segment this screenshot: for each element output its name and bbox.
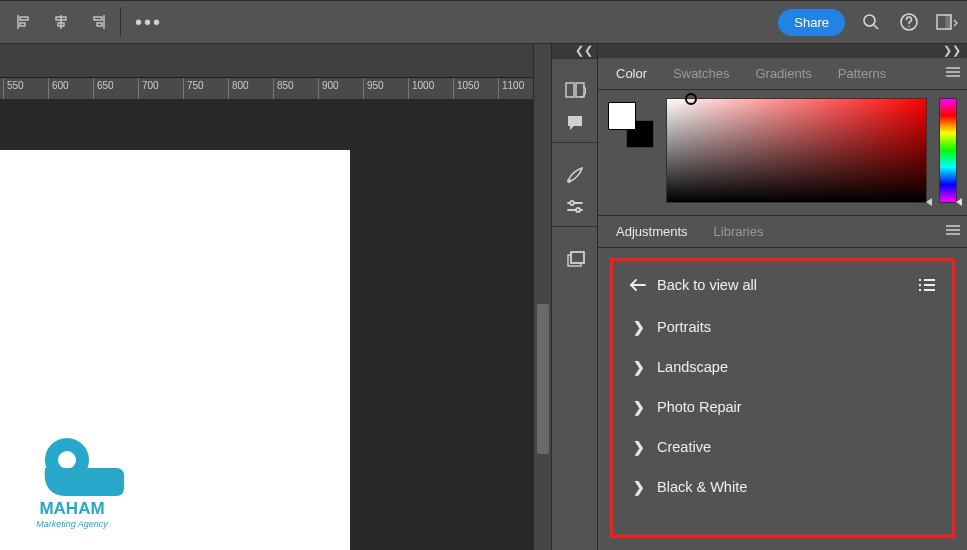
preset-creative[interactable]: ❯ Creative <box>627 427 938 467</box>
align-right-control[interactable] <box>80 7 114 37</box>
right-panels: ❯❯ Color Swatches Gradients Patterns <box>597 44 967 550</box>
chevron-right-icon: ❯ <box>633 439 645 455</box>
ruler-tick: 1000 <box>408 78 434 100</box>
options-bar-right: Share <box>778 9 959 36</box>
preset-photo-repair[interactable]: ❯ Photo Repair <box>627 387 938 427</box>
svg-point-12 <box>908 26 910 28</box>
color-picker-cursor[interactable] <box>685 93 697 105</box>
tab-color[interactable]: Color <box>604 60 659 87</box>
ruler-tick: 900 <box>318 78 339 100</box>
svg-rect-18 <box>576 83 584 97</box>
horizontal-ruler[interactable]: 550 600 650 700 750 800 850 900 950 1000… <box>0 78 533 100</box>
ruler-tick: 950 <box>363 78 384 100</box>
preset-label: Black & White <box>657 479 747 495</box>
svg-point-23 <box>576 208 580 212</box>
ruler-tick: 850 <box>273 78 294 100</box>
svg-line-10 <box>874 25 878 29</box>
color-panel-body <box>598 90 967 216</box>
layers-panel-icon[interactable] <box>557 244 593 274</box>
panel-menu-icon[interactable] <box>945 66 961 78</box>
svg-point-9 <box>864 15 875 26</box>
ruler-tick: 550 <box>3 78 24 100</box>
align-left-control[interactable] <box>8 7 42 37</box>
brush-settings-panel-icon[interactable] <box>557 192 593 222</box>
ruler-tick: 650 <box>93 78 114 100</box>
svg-rect-25 <box>571 252 584 263</box>
hue-pointer-icon <box>956 198 962 206</box>
options-bar: ••• Share <box>0 0 967 44</box>
preset-label: Creative <box>657 439 711 455</box>
foreground-background-swatch[interactable] <box>608 102 654 148</box>
arrow-left-icon <box>629 278 647 292</box>
tab-swatches[interactable]: Swatches <box>661 60 741 87</box>
color-panel-tabs: Color Swatches Gradients Patterns <box>598 58 967 90</box>
list-view-icon[interactable] <box>918 278 936 292</box>
search-icon[interactable] <box>859 10 883 34</box>
back-label: Back to view all <box>657 277 757 293</box>
ruler-tick: 600 <box>48 78 69 100</box>
ruler-tick: 1100 <box>498 78 524 100</box>
preset-black-white[interactable]: ❯ Black & White <box>627 467 938 507</box>
preset-label: Photo Repair <box>657 399 742 415</box>
ruler-tick: 1050 <box>453 78 479 100</box>
dock-grip[interactable] <box>562 149 588 154</box>
chevron-right-icon: ❯ <box>633 479 645 495</box>
foreground-color-swatch[interactable] <box>608 102 636 130</box>
svg-rect-17 <box>566 83 574 97</box>
separator <box>120 7 121 37</box>
dock-collapse-arrows-icon[interactable]: ❮❮ <box>552 44 597 58</box>
dock-grip[interactable] <box>562 233 588 238</box>
preset-label: Landscape <box>657 359 728 375</box>
svg-point-21 <box>570 201 574 205</box>
chevron-right-icon: ❯ <box>633 319 645 335</box>
workspace: 550 600 650 700 750 800 850 900 950 1000… <box>0 44 967 550</box>
workspace-switcher-icon[interactable] <box>935 10 959 34</box>
adjustment-presets-highlight: Back to view all ❯ Portraits ❯ Landscape… <box>610 258 955 538</box>
preset-portraits[interactable]: ❯ Portraits <box>627 307 938 347</box>
document-tab-strip[interactable] <box>0 44 533 78</box>
hue-slider[interactable] <box>939 98 957 203</box>
ruler-tick: 800 <box>228 78 249 100</box>
preset-landscape[interactable]: ❯ Landscape <box>627 347 938 387</box>
align-center-control[interactable] <box>44 7 78 37</box>
svg-rect-2 <box>20 23 25 26</box>
svg-point-19 <box>567 179 571 183</box>
chevron-right-icon: ❯ <box>633 359 645 375</box>
adjustments-panel-tabs: Adjustments Libraries <box>598 216 967 248</box>
ruler-tick: 750 <box>183 78 204 100</box>
back-to-view-all-button[interactable]: Back to view all <box>629 277 757 293</box>
history-panel-icon[interactable] <box>557 76 593 106</box>
collapsed-panel-dock: ❮❮ <box>551 44 597 550</box>
adjustments-panel-body: Back to view all ❯ Portraits ❯ Landscape… <box>598 248 967 550</box>
scrollbar-thumb[interactable] <box>537 304 549 454</box>
tab-gradients[interactable]: Gradients <box>743 60 823 87</box>
tab-patterns[interactable]: Patterns <box>826 60 898 87</box>
panel-menu-icon[interactable] <box>945 224 961 236</box>
color-field-pointer-icon <box>926 198 932 206</box>
dock-grip[interactable] <box>562 65 588 70</box>
vertical-scrollbar[interactable] <box>533 44 551 550</box>
brushes-panel-icon[interactable] <box>557 160 593 190</box>
document-canvas[interactable] <box>0 150 350 550</box>
ruler-tick: 700 <box>138 78 159 100</box>
canvas-area: 550 600 650 700 750 800 850 900 950 1000… <box>0 44 533 550</box>
help-icon[interactable] <box>897 10 921 34</box>
svg-rect-7 <box>94 17 102 20</box>
color-field[interactable] <box>666 98 927 203</box>
options-bar-left: ••• <box>8 7 170 37</box>
more-options-button[interactable]: ••• <box>127 11 170 34</box>
tab-adjustments[interactable]: Adjustments <box>604 218 700 245</box>
share-button[interactable]: Share <box>778 9 845 36</box>
tab-libraries[interactable]: Libraries <box>702 218 776 245</box>
svg-rect-1 <box>20 17 28 20</box>
svg-rect-14 <box>946 15 951 29</box>
panel-expand-arrows-icon[interactable]: ❯❯ <box>598 44 967 58</box>
preset-label: Portraits <box>657 319 711 335</box>
comments-panel-icon[interactable] <box>557 108 593 138</box>
svg-rect-8 <box>97 23 102 26</box>
chevron-right-icon: ❯ <box>633 399 645 415</box>
canvas-viewport[interactable] <box>0 100 533 550</box>
